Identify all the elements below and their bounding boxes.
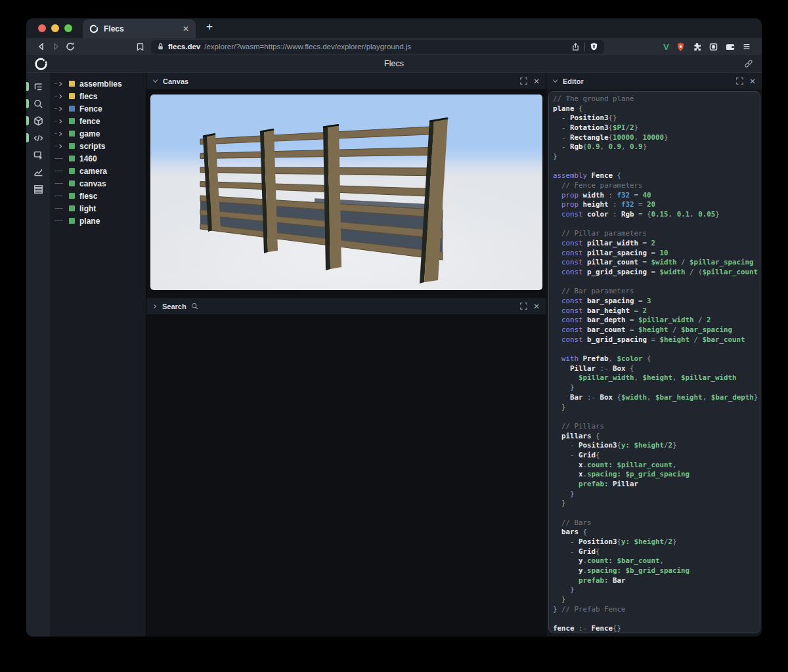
expand-chevron-icon[interactable] xyxy=(55,119,69,124)
code-line: fence :- Fence{} xyxy=(553,624,760,633)
canvas-panel-header: Canvas ✕ xyxy=(146,73,546,89)
close-panel-icon[interactable]: ✕ xyxy=(533,303,540,310)
entity-color-swatch xyxy=(69,193,75,199)
bookmarks-icon[interactable] xyxy=(133,42,147,52)
code-line: prop height : f32 = 20 xyxy=(553,200,760,210)
fullscreen-icon[interactable] xyxy=(520,303,527,310)
entity-color-swatch xyxy=(69,218,75,224)
tree-item-label: canvas xyxy=(79,179,106,188)
tree-connector xyxy=(55,196,69,196)
tree-item-label: 1460 xyxy=(79,154,97,163)
chart-icon[interactable] xyxy=(26,163,50,180)
wallet-icon[interactable] xyxy=(725,42,735,52)
share-icon[interactable] xyxy=(571,42,580,51)
expand-chevron-icon[interactable] xyxy=(55,131,69,136)
address-bar[interactable]: flecs.dev/explorer/?wasm=https://www.fle… xyxy=(151,40,604,54)
canvas-3d-viewport[interactable] xyxy=(150,94,542,290)
entity-color-swatch xyxy=(69,168,75,174)
tree-item-light[interactable]: light xyxy=(50,202,146,215)
code-line: x.spacing: $p_grid_spacing xyxy=(553,470,760,480)
code-editor[interactable]: // The ground planeplane { - Position3{}… xyxy=(548,91,760,633)
code-line: bars { xyxy=(553,528,760,537)
code-line: $pillar_width, $height, $pillar_width xyxy=(553,373,760,383)
tree-item-label: fence xyxy=(79,117,100,126)
tree-item-fence[interactable]: fence xyxy=(50,115,146,127)
chevron-down-icon[interactable] xyxy=(152,78,158,84)
tree-item-scripts[interactable]: scripts xyxy=(50,140,146,152)
tree-item-Fence[interactable]: Fence xyxy=(50,102,146,115)
brave-shield-icon[interactable] xyxy=(590,42,598,51)
tree-item-canvas[interactable]: canvas xyxy=(50,177,146,190)
tree-item-label: light xyxy=(79,204,96,213)
tree-item-assemblies[interactable]: assemblies xyxy=(50,77,146,90)
sidebar-toggle-icon[interactable] xyxy=(709,42,718,52)
code-line: Bar :- Box {$width, $bar_height, $bar_de… xyxy=(553,393,760,403)
code-line: - Position3{y: $height/2} xyxy=(553,441,760,451)
code-line: x.count: $pillar_count, xyxy=(553,461,760,471)
code-line xyxy=(553,220,760,230)
tree-item-label: scripts xyxy=(79,142,105,151)
stack-icon[interactable] xyxy=(26,180,50,198)
icon-sidebar xyxy=(26,73,50,637)
code-line: assembly Fence { xyxy=(553,171,760,181)
v-extension-icon[interactable]: V xyxy=(663,42,669,52)
minimize-window-button[interactable] xyxy=(51,24,59,32)
expand-chevron-icon[interactable] xyxy=(55,144,69,149)
entity-color-swatch xyxy=(69,180,75,186)
tree-item-label: plane xyxy=(79,217,100,226)
center-column: Canvas ✕ xyxy=(146,73,546,637)
adguard-extension-icon[interactable] xyxy=(676,42,686,52)
canvas-panel-title: Canvas xyxy=(163,77,188,85)
chevron-down-icon[interactable] xyxy=(552,78,558,84)
tree-item-game[interactable]: game xyxy=(50,127,146,140)
code-line: // Pillar parameters xyxy=(553,229,760,239)
code-icon[interactable] xyxy=(26,129,50,146)
code-line xyxy=(553,509,760,518)
tree-item-label: Fence xyxy=(79,104,102,114)
code-line: } xyxy=(553,499,760,509)
back-button[interactable] xyxy=(34,41,49,52)
tree-item-plane[interactable]: plane xyxy=(50,215,146,227)
code-line: const color : Rgb = {0.15, 0.1, 0.05} xyxy=(553,210,760,220)
tree-view-icon[interactable] xyxy=(26,78,50,95)
tree-connector xyxy=(55,220,69,221)
extensions-puzzle-icon[interactable] xyxy=(692,42,702,52)
code-line: // The ground plane xyxy=(553,94,760,104)
chevron-right-icon[interactable] xyxy=(152,304,158,309)
tree-item-1460[interactable]: 1460 xyxy=(50,152,146,165)
close-window-button[interactable] xyxy=(38,24,46,32)
fullscreen-icon[interactable] xyxy=(736,77,743,85)
expand-chevron-icon[interactable] xyxy=(55,106,69,112)
close-panel-icon[interactable]: ✕ xyxy=(749,77,756,85)
fullscreen-icon[interactable] xyxy=(520,77,527,85)
browser-toolbar: flecs.dev/explorer/?wasm=https://www.fle… xyxy=(26,38,762,55)
active-indicator xyxy=(26,116,29,125)
editor-panel-title: Editor xyxy=(563,77,584,85)
code-line: } xyxy=(553,383,760,393)
forward-button[interactable] xyxy=(49,41,63,52)
reload-button[interactable] xyxy=(63,41,77,52)
code-line: prefab: Bar xyxy=(553,576,760,586)
zoom-window-button[interactable] xyxy=(64,24,72,32)
code-line: - Position3{} xyxy=(553,114,760,123)
tree-item-label: flecs xyxy=(79,92,97,101)
expand-chevron-icon[interactable] xyxy=(55,94,69,99)
tree-item-flecs[interactable]: flecs xyxy=(50,90,146,102)
code-line: } xyxy=(553,585,760,595)
code-line: const bar_height = 2 xyxy=(553,306,760,316)
tree-item-flesc[interactable]: flesc xyxy=(50,190,146,202)
browser-tab[interactable]: Flecs ✕ xyxy=(83,19,196,38)
tree-connector xyxy=(55,183,69,184)
search-icon[interactable] xyxy=(26,95,50,112)
tab-close-icon[interactable]: ✕ xyxy=(183,24,189,33)
cube-icon[interactable] xyxy=(26,112,50,129)
search-panel-body xyxy=(146,314,546,637)
window-cursor-icon[interactable] xyxy=(26,146,50,163)
menu-icon[interactable] xyxy=(742,42,751,51)
close-panel-icon[interactable]: ✕ xyxy=(533,77,540,85)
expand-chevron-icon[interactable] xyxy=(55,81,69,87)
tree-item-camera[interactable]: camera xyxy=(50,165,146,177)
active-indicator xyxy=(26,99,29,108)
extensions-toolbar: V xyxy=(663,42,754,52)
new-tab-button[interactable]: + xyxy=(206,20,213,38)
